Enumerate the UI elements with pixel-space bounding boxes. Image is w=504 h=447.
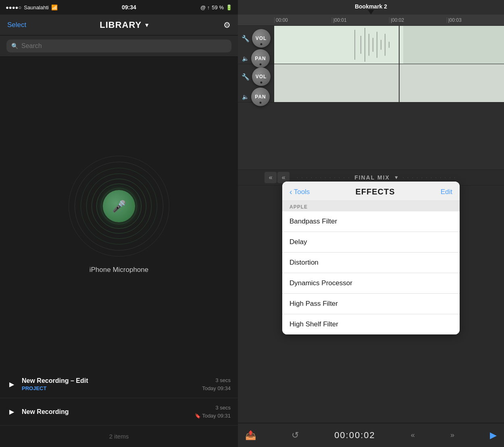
final-mix-caret[interactable]: ▼ (394, 175, 399, 180)
track-controls-1: 🔧 VOL 🔈 PAN (238, 26, 274, 64)
tick-2: |00:02 (389, 17, 447, 23)
recording-duration-1: 3 secs (202, 376, 231, 384)
track-row-1: 🔧 VOL 🔈 PAN New (238, 26, 504, 64)
mic-area: 🎤 iPhone Microphone (0, 57, 238, 371)
effect-dynamics-processor[interactable]: Dynamics Processor (282, 273, 460, 294)
pan-knob-label-1: PAN (255, 56, 266, 61)
effects-section-label: APPLE (282, 201, 460, 211)
bookmark-bar: Bookmark 2 (238, 0, 504, 15)
knob-dot-1 (260, 43, 262, 45)
track-waveform-2 (274, 64, 504, 102)
mic-button[interactable]: 🎤 (103, 190, 135, 222)
vol-knob-1[interactable]: VOL (252, 29, 271, 48)
playhead-triangle (368, 10, 374, 15)
recording-info-1: New Recording – Edit PROJECT (22, 377, 196, 391)
recording-title-1: New Recording – Edit (22, 377, 196, 384)
play-button-2[interactable]: ▶ (7, 408, 16, 416)
effects-list: Bandpass Filter Delay Distortion Dynamic… (282, 211, 460, 334)
recording-timestamp-1: Today 09:34 (202, 384, 231, 393)
settings-button[interactable]: ⚙ (223, 20, 231, 30)
speaker-icon-1[interactable]: 🔈 (242, 55, 249, 62)
pan-knob-2[interactable]: PAN (251, 88, 270, 106)
recording-item-2[interactable]: ▶ New Recording 3 secs 🔖 Today 09:31 (0, 398, 238, 426)
recording-title-2: New Recording (22, 408, 189, 416)
effects-panel: ‹ Tools EFFECTS Edit APPLE Bandpass Filt… (282, 182, 460, 334)
chevron-left-1[interactable]: « (264, 172, 277, 183)
effect-delay[interactable]: Delay (282, 232, 460, 253)
search-input-wrap[interactable]: 🔍 (6, 40, 231, 52)
back-chevron-icon: ‹ (289, 187, 292, 196)
left-panel: ●●●●○ Saunalahti 📶 09:34 @ ↑ 59 % 🔋 Sele… (0, 0, 238, 447)
undo-icon[interactable]: ↺ (292, 430, 299, 441)
knob-dot-vol-2 (260, 81, 262, 84)
status-right: @ ↑ 59 % 🔋 (200, 4, 232, 10)
location-icon: @ ↑ (200, 4, 210, 10)
timeline-ticks: 00:00 |00:01 |00:02 |00:03 (274, 17, 504, 23)
pan-knob-1[interactable]: PAN (251, 49, 270, 68)
recording-item[interactable]: ▶ New Recording – Edit PROJECT 3 secs To… (0, 371, 238, 398)
tracks-area: 🔧 VOL 🔈 PAN New (238, 26, 504, 169)
transport-skip-next[interactable]: » (450, 431, 454, 439)
effect-high-pass-filter[interactable]: High Pass Filter (282, 294, 460, 314)
waveform-svg-1 (274, 26, 504, 64)
vol-knob-label-1: VOL (256, 36, 267, 41)
status-bar: ●●●●○ Saunalahti 📶 09:34 @ ↑ 59 % 🔋 (0, 0, 238, 15)
svg-rect-10 (403, 26, 504, 64)
search-input[interactable] (21, 42, 227, 50)
effects-edit-button[interactable]: Edit (441, 188, 452, 196)
transport-play-button[interactable]: ▶ (490, 430, 497, 441)
recording-info-2: New Recording (22, 408, 189, 416)
recording-meta-1: 3 secs Today 09:34 (202, 376, 231, 392)
wrench-icon-1[interactable]: 🔧 (242, 35, 250, 42)
select-button[interactable]: Select (7, 21, 26, 29)
knob-group-vol-2: 🔧 VOL (242, 67, 271, 86)
items-count: 2 items (0, 426, 238, 447)
status-left: ●●●●○ Saunalahti 📶 (6, 4, 58, 10)
carrier-name: Saunalahti (24, 4, 48, 10)
search-icon: 🔍 (11, 43, 18, 49)
transport-bar: 📤 ↺ 00:00:02 « » ▶ (238, 423, 504, 447)
knob-group-pan-2: 🔈 PAN (242, 88, 270, 106)
play-button-1[interactable]: ▶ (7, 380, 16, 388)
microphone-icon: 🎤 (112, 200, 126, 213)
effects-header: ‹ Tools EFFECTS Edit (282, 182, 460, 201)
effect-distortion[interactable]: Distortion (282, 253, 460, 273)
track-row-2: 🔧 VOL 🔈 PAN (238, 64, 504, 102)
transport-time: 00:00:02 (334, 430, 375, 441)
effect-bandpass-filter[interactable]: Bandpass Filter (282, 211, 460, 232)
back-to-tools[interactable]: ‹ Tools (289, 187, 310, 196)
vol-knob-2[interactable]: VOL (252, 67, 271, 86)
final-mix-dots-right: · · · · · · · · · · · · (403, 175, 456, 180)
library-title-caret[interactable]: ▼ (144, 22, 150, 28)
library-title-text: LIBRARY (100, 20, 142, 30)
effects-overlay: ‹ Tools EFFECTS Edit APPLE Bandpass Filt… (238, 186, 504, 423)
library-title: LIBRARY ▼ (100, 20, 150, 30)
recording-meta-2: 3 secs 🔖 Today 09:31 (195, 404, 231, 420)
effect-high-shelf-filter[interactable]: High Shelf Filter (282, 314, 460, 334)
recordings-list: ▶ New Recording – Edit PROJECT 3 secs To… (0, 371, 238, 447)
battery-level: 59 % (212, 4, 224, 10)
wifi-icon: 📶 (51, 4, 58, 10)
track-controls-2: 🔧 VOL 🔈 PAN (238, 64, 274, 102)
right-panel: Bookmark 2 00:00 |00:01 |00:02 |00:03 🔧 (238, 0, 504, 447)
bookmark-icon: 🔖 (195, 413, 201, 419)
svg-rect-12 (274, 64, 504, 102)
recording-duration-2: 3 secs (195, 404, 231, 412)
wrench-icon-2[interactable]: 🔧 (242, 73, 250, 81)
knob-group-vol-1: 🔧 VOL (242, 29, 271, 48)
export-icon[interactable]: 📤 (245, 430, 256, 441)
knob-dot-pan-1 (260, 63, 262, 65)
tick-1: |00:01 (332, 17, 389, 23)
search-bar: 🔍 (0, 36, 238, 57)
speaker-icon-2[interactable]: 🔈 (242, 94, 249, 100)
battery-icon: 🔋 (226, 4, 232, 10)
tick-0: 00:00 (274, 17, 332, 23)
nav-bar: Select LIBRARY ▼ ⚙ (0, 15, 238, 36)
mic-label: iPhone Microphone (90, 266, 148, 274)
recording-ts-text-2: Today 09:31 (202, 413, 231, 419)
back-label: Tools (294, 188, 310, 196)
bookmark-label: Bookmark 2 (355, 3, 387, 10)
effects-title: EFFECTS (355, 187, 395, 196)
transport-skip-prev[interactable]: « (411, 431, 415, 439)
recording-subtitle-1: PROJECT (22, 385, 196, 391)
